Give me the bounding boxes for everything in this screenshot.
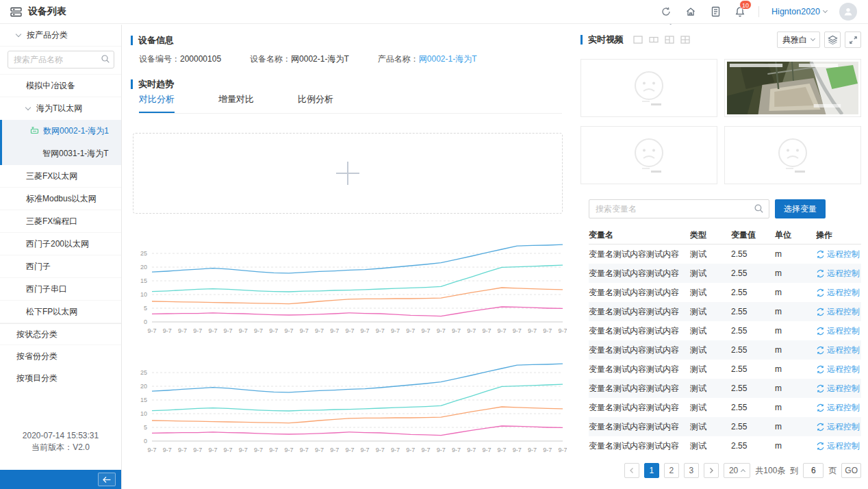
device-id-field: 设备编号：200000105 [139,53,221,65]
document-icon[interactable] [709,5,722,18]
variable-name-cell: 变量名测试内容测试内容 [589,402,690,414]
product-search-input[interactable] [8,51,114,68]
sidebar-item-siemens200[interactable]: 西门子200以太网 [0,233,121,255]
sidebar-item-modbus[interactable]: 标准Modbus以太网 [0,188,121,210]
svg-text:9-7: 9-7 [178,447,187,453]
variable-value-cell: 2.55 [731,422,775,431]
svg-text:9-7: 9-7 [315,447,324,453]
avatar[interactable] [839,3,857,21]
sidebar-leaf-device-selected[interactable]: 数网0002-1-海为1 [2,120,121,142]
page-size-select[interactable]: 20 [724,463,750,478]
sidebar-group-status[interactable]: 按状态分类 [0,323,121,345]
remote-control-link[interactable]: 远程控制 [816,402,861,414]
variable-value-cell: 2.55 [731,384,775,393]
sidebar-group-province[interactable]: 按省份分类 [0,345,121,367]
svg-text:9-7: 9-7 [467,447,476,453]
go-button[interactable]: GO [841,463,861,478]
svg-text:9-7: 9-7 [208,447,217,453]
svg-text:9-7: 9-7 [193,447,202,453]
svg-text:9-7: 9-7 [498,447,507,453]
sidebar-group-project[interactable]: 按项目分类 [0,367,121,389]
sidebar-item-moni[interactable]: 模拟中冶设备 [0,75,121,97]
device-list-icon [10,5,22,18]
jump-page-input[interactable] [803,463,824,478]
variable-action-cell: 远程控制 [816,325,861,337]
sidebar-footer [0,470,121,489]
table-row: 变量名测试内容测试内容测试2.55m远程控制 [589,264,861,283]
video-slot-empty-3[interactable] [724,126,861,184]
svg-text:9-7: 9-7 [284,327,293,334]
sidebar-item-panasonic[interactable]: 松下FP以太网 [0,301,121,323]
prev-page-button[interactable] [624,463,639,478]
notification-badge: 10 [739,0,752,10]
add-chart-placeholder[interactable] [133,133,563,214]
refresh-icon[interactable] [660,5,672,18]
fullscreen-button[interactable] [845,32,861,48]
sidebar-item-siemens-serial[interactable]: 西门子串口 [0,278,121,301]
svg-text:9-7: 9-7 [421,447,430,453]
variable-unit-cell: m [775,403,816,412]
layout-4-icon[interactable] [680,36,690,44]
table-row: 变量名测试内容测试内容测试2.55m远程控制 [589,360,861,379]
tab-compare-analysis[interactable]: 对比分析 [139,93,175,113]
remote-control-link[interactable]: 远程控制 [816,364,861,375]
theme-select[interactable]: 典雅白 [777,32,820,48]
remote-control-link[interactable]: 远程控制 [816,421,861,433]
svg-text:9-7: 9-7 [269,447,278,453]
variable-search-input[interactable] [589,199,769,218]
remote-control-link[interactable]: 远程控制 [816,287,861,299]
layers-button[interactable] [824,32,841,48]
layout-1-icon[interactable] [633,36,643,44]
page-button-3[interactable]: 3 [684,463,699,478]
sidebar-leaf-device[interactable]: 智网0031-1-海为T [2,142,121,165]
next-page-button[interactable] [704,463,719,478]
sidebar-item-siemens[interactable]: 西门子 [0,255,121,278]
sidebar-group-product[interactable]: 按产品分类 [0,25,121,47]
remote-control-link[interactable]: 远程控制 [816,440,861,452]
sidebar-item-mitsubishi-eth[interactable]: 三菱FX以太网 [0,165,121,188]
svg-text:9-7: 9-7 [467,327,476,334]
svg-text:9-7: 9-7 [239,447,248,453]
trend-tabs: 对比分析 增量对比 比例分析 [139,93,562,114]
svg-text:9-7: 9-7 [361,447,370,453]
layout-2-icon[interactable] [649,36,659,44]
table-row: 变量名测试内容测试内容测试2.55m远程控制 [589,436,861,455]
video-slot-empty-2[interactable] [580,126,717,184]
remote-control-link[interactable]: 远程控制 [816,325,861,337]
variable-value-cell: 2.55 [731,249,775,259]
home-icon[interactable] [685,5,697,18]
camera-feed[interactable] [724,59,861,117]
remote-control-icon [816,269,825,278]
user-menu[interactable]: Hignton2020 [771,7,827,16]
page-button-2[interactable]: 2 [664,463,679,478]
svg-text:9-7: 9-7 [421,327,430,334]
collapse-sidebar-button[interactable] [98,473,116,486]
sidebar-item-haiwei[interactable]: 海为T以太网 [0,97,121,120]
sidebar-item-mitsubishi-prog[interactable]: 三菱FX编程口 [0,210,121,233]
select-variable-button[interactable]: 选择变量 [775,199,826,218]
variable-name-cell: 变量名测试内容测试内容 [589,421,690,433]
svg-text:9-7: 9-7 [269,327,278,334]
tab-increment-compare[interactable]: 增量对比 [218,93,254,113]
product-name-link[interactable]: 网0002-1-海为T [419,54,477,64]
svg-text:9-7: 9-7 [345,447,354,453]
variable-type-cell: 测试 [690,344,731,356]
svg-text:9-7: 9-7 [345,327,354,334]
svg-text:9-7: 9-7 [224,327,233,334]
tab-ratio-analysis[interactable]: 比例分析 [298,93,333,113]
remote-control-link[interactable]: 远程控制 [816,383,861,394]
remote-control-icon [816,327,825,336]
variable-unit-cell: m [775,288,816,297]
remote-control-link[interactable]: 远程控制 [816,306,861,318]
video-slot-empty-1[interactable] [580,59,717,117]
layout-3-icon[interactable] [665,36,674,44]
page-button-1[interactable]: 1 [644,463,659,478]
camera-image [727,62,858,114]
remote-control-link[interactable]: 远程控制 [816,344,861,356]
svg-text:9-7: 9-7 [376,447,385,453]
remote-control-link[interactable]: 远程控制 [816,249,861,260]
no-video-sad-face-icon [630,70,668,107]
remote-control-link[interactable]: 远程控制 [816,268,861,279]
svg-text:25: 25 [140,250,147,257]
notification-bell-icon[interactable]: 10 [734,5,746,18]
